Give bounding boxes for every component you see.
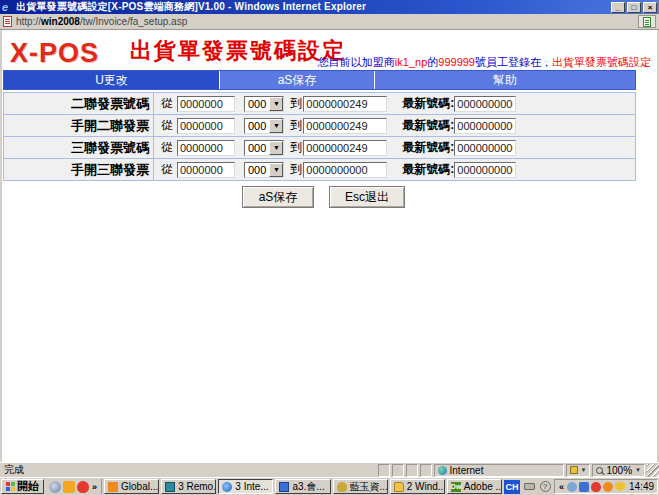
language-indicator[interactable]: CH bbox=[504, 480, 520, 494]
from-input[interactable] bbox=[177, 140, 235, 156]
to-input[interactable] bbox=[303, 140, 387, 156]
status-text: 完成 bbox=[0, 463, 378, 477]
taskbar-button-windows-group[interactable]: 2 Wind... ▼ bbox=[390, 479, 445, 494]
latest-number-input[interactable] bbox=[454, 118, 516, 134]
action-buttons: aS保存 Esc退出 bbox=[2, 186, 657, 208]
row-label: 三聯發票號碼 bbox=[4, 137, 154, 158]
menu-bar: U更改 aS保存 幫助 bbox=[3, 70, 636, 90]
windows-logo-icon bbox=[6, 482, 15, 491]
status-pane bbox=[392, 464, 404, 477]
quick-launch-messenger-icon[interactable] bbox=[63, 481, 75, 493]
chevron-down-icon: ▼ bbox=[635, 467, 641, 473]
start-button[interactable]: 開始 bbox=[1, 479, 44, 494]
network-icon[interactable] bbox=[579, 482, 589, 492]
security-shield-icon[interactable] bbox=[615, 482, 625, 492]
quick-launch-overflow-chevron[interactable]: » bbox=[91, 482, 98, 492]
from-input[interactable] bbox=[177, 96, 235, 112]
latest-number-input[interactable] bbox=[454, 162, 516, 178]
maximize-button[interactable]: □ bbox=[627, 2, 641, 13]
taskbar-button-a3[interactable]: a3.會... bbox=[275, 479, 330, 494]
to-label: 到 bbox=[290, 161, 302, 178]
security-zone-pane: Internet bbox=[434, 464, 564, 477]
taskbar-button-global[interactable]: Global... bbox=[104, 479, 159, 494]
to-input[interactable] bbox=[303, 162, 387, 178]
menu-help[interactable]: 幫助 bbox=[375, 71, 635, 89]
quick-launch: » bbox=[46, 479, 102, 494]
login-particle: 的 bbox=[427, 56, 438, 68]
chevron-down-icon: ▼ bbox=[269, 163, 283, 177]
status-pane bbox=[406, 464, 418, 477]
taskbar: 開始 » Global... 3 Remo... ▼ 3 Inte... ▼ a… bbox=[0, 477, 659, 495]
table-row-manual-duplicate-invoice: 手開二聯發票 從 000▼ 到 最新號碼: bbox=[4, 115, 635, 137]
taskbar-button-ie-group[interactable]: 3 Inte... ▼ bbox=[218, 479, 273, 494]
app-icon bbox=[108, 482, 118, 492]
to-input[interactable] bbox=[303, 96, 387, 112]
save-button[interactable]: aS保存 bbox=[242, 186, 314, 208]
remote-desktop-icon bbox=[165, 482, 175, 492]
status-pane bbox=[420, 464, 432, 477]
document-icon bbox=[643, 17, 651, 27]
app-icon bbox=[337, 482, 347, 492]
from-label: 從 bbox=[161, 139, 173, 156]
fetion-icon[interactable] bbox=[603, 482, 613, 492]
ie-icon bbox=[222, 482, 232, 492]
quick-launch-qq-icon[interactable] bbox=[77, 481, 89, 493]
tray-overflow-chevron[interactable]: « bbox=[558, 482, 565, 492]
help-icon[interactable]: ? bbox=[538, 480, 552, 493]
menu-change[interactable]: U更改 bbox=[4, 71, 220, 89]
page-title: 出貨單發票號碼設定 bbox=[130, 36, 346, 66]
menu-save[interactable]: aS保存 bbox=[220, 71, 375, 89]
latest-number-input[interactable] bbox=[454, 140, 516, 156]
zone-label: Internet bbox=[450, 465, 484, 476]
from-label: 從 bbox=[161, 95, 173, 112]
from-input[interactable] bbox=[177, 118, 235, 134]
from-input[interactable] bbox=[177, 162, 235, 178]
latest-label: 最新號碼: bbox=[402, 161, 454, 178]
taskbar-button-adobe[interactable]: Dw Adobe ... bbox=[447, 479, 502, 494]
window-title: 出貨單發票號碼設定[X-POS雲端商務網]V1.00 - Windows Int… bbox=[16, 0, 611, 14]
taskbar-button-remote-group[interactable]: 3 Remo... ▼ bbox=[161, 479, 216, 494]
login-prefix: 您目前以加盟商 bbox=[318, 56, 395, 68]
magnifier-icon bbox=[596, 467, 603, 474]
latest-label: 最新號碼: bbox=[402, 95, 454, 112]
table-row-manual-triplicate-invoice: 手開三聯發票 從 000▼ 到 最新號碼: bbox=[4, 159, 635, 181]
page-content: X-POS 出貨單發票號碼設定 您目前以加盟商ik1_np的999999號員工登… bbox=[2, 30, 657, 462]
folder-icon bbox=[394, 482, 404, 492]
row-label: 手開三聯發票 bbox=[4, 159, 154, 180]
from-label: 從 bbox=[161, 161, 173, 178]
to-label: 到 bbox=[290, 95, 302, 112]
row-label: 手開二聯發票 bbox=[4, 115, 154, 136]
chevron-down-icon: ▼ bbox=[269, 119, 283, 133]
status-pane bbox=[378, 464, 390, 477]
globe-icon bbox=[438, 466, 447, 475]
exit-button[interactable]: Esc退出 bbox=[329, 186, 405, 208]
qq-icon[interactable] bbox=[591, 482, 601, 492]
book-select[interactable]: 000▼ bbox=[244, 118, 284, 134]
clock: 14:49 bbox=[627, 481, 654, 492]
close-button[interactable]: × bbox=[643, 2, 657, 13]
zoom-control[interactable]: 100% ▼ bbox=[592, 464, 645, 477]
messenger-icon[interactable] bbox=[567, 482, 577, 492]
book-select[interactable]: 000▼ bbox=[244, 96, 284, 112]
printer-icon[interactable] bbox=[522, 480, 536, 493]
taskbar-button-lanyu[interactable]: 藍玉資... bbox=[333, 479, 388, 494]
latest-number-input[interactable] bbox=[454, 96, 516, 112]
chevron-down-icon: ▼ bbox=[581, 467, 587, 473]
zoom-level: 100% bbox=[606, 465, 632, 476]
book-select[interactable]: 000▼ bbox=[244, 140, 284, 156]
protected-mode-pane[interactable]: ▼ bbox=[566, 464, 591, 477]
minimize-button[interactable]: _ bbox=[611, 2, 625, 13]
book-select[interactable]: 000▼ bbox=[244, 162, 284, 178]
resize-grip[interactable] bbox=[647, 464, 659, 477]
quick-launch-browser-icon[interactable] bbox=[49, 481, 61, 493]
page-action-button[interactable] bbox=[638, 15, 656, 28]
employee-number: 999999 bbox=[438, 56, 475, 68]
protected-mode-icon bbox=[570, 466, 578, 474]
latest-label: 最新號碼: bbox=[402, 139, 454, 156]
address-url[interactable]: http://win2008/tw/Invoice/fa_setup.asp bbox=[16, 16, 638, 27]
table-row-triplicate-invoice: 三聯發票號碼 從 000▼ 到 最新號碼: bbox=[4, 137, 635, 159]
merchant-code: ik1_np bbox=[395, 56, 427, 68]
ie-icon: e bbox=[2, 2, 13, 13]
to-input[interactable] bbox=[303, 118, 387, 134]
from-label: 從 bbox=[161, 117, 173, 134]
